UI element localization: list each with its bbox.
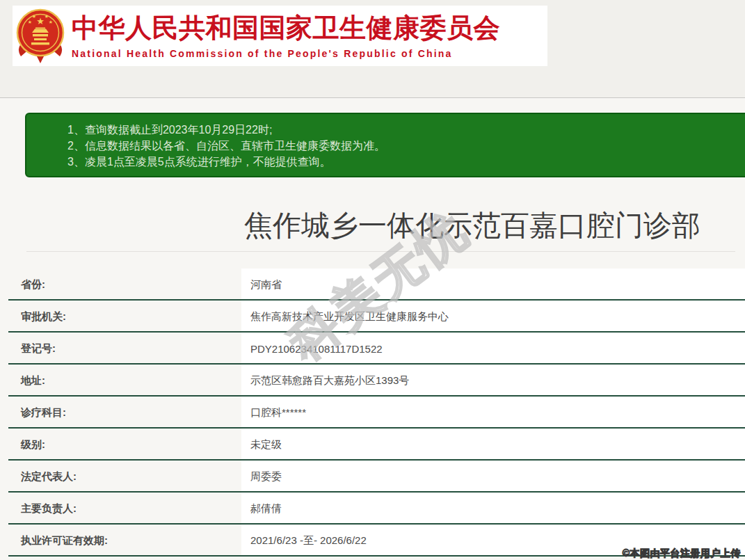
row-value: 口腔科****** [241,397,745,429]
table-row-registration-number: 登记号: PDY21062341081117D1522 [0,333,745,365]
row-value: 河南省 [241,269,745,301]
table-row-legal-representative: 法定代表人: 周委委 [0,461,745,493]
title-divider [26,251,735,252]
row-label: 执业许可证有效期: [0,525,241,557]
nhc-query-result-page: ★ ★ ★ ★ ★ 中华人民共和国国家卫生健康委员会 National Heal… [0,0,745,560]
row-label: 级别: [0,429,241,461]
row-label: 法定代表人: [0,461,241,493]
row-value: 示范区韩愈路百大嘉苑小区1393号 [241,365,745,397]
notice-line-2: 2、信息数据结果以各省、自治区、直辖市卫生健康委数据为准。 [67,138,745,154]
row-value: 未定级 [241,429,745,461]
row-label: 主要负责人: [0,493,241,525]
svg-text:★: ★ [32,14,36,19]
svg-text:★: ★ [49,19,53,24]
notice-line-3: 3、凌晨1点至凌晨5点系统进行维护，不能提供查询。 [67,154,745,170]
svg-text:★: ★ [36,16,45,26]
table-row-person-in-charge: 主要负责人: 郝倩倩 [0,493,745,525]
image-upload-credit: ©本图由平台注册用户上传 [623,547,741,560]
notice-box: 1、查询数据截止到2023年10月29日22时; 2、信息数据结果以各省、自治区… [25,113,745,177]
notice-line-1: 1、查询数据截止到2023年10月29日22时; [67,122,745,138]
svg-text:★: ★ [28,19,32,24]
table-row-treatment-subjects: 诊疗科目: 口腔科****** [0,397,745,429]
row-label: 省份: [0,269,241,301]
site-title-english: National Health Commission of the People… [72,48,500,59]
table-row-address: 地址: 示范区韩愈路百大嘉苑小区1393号 [0,365,745,397]
site-header: ★ ★ ★ ★ ★ 中华人民共和国国家卫生健康委员会 National Heal… [13,6,547,66]
table-row-approval-authority: 审批机关: 焦作高新技术产业开发区卫生健康服务中心 [0,301,745,333]
facility-name-title: 焦作城乡一体化示范百嘉口腔门诊部 [244,207,700,245]
row-value: PDY21062341081117D1522 [241,333,745,365]
row-label: 诊疗科目: [0,397,241,429]
row-value: 焦作高新技术产业开发区卫生健康服务中心 [241,301,745,333]
row-label: 地址: [0,365,241,397]
facility-details-table: 省份: 河南省 审批机关: 焦作高新技术产业开发区卫生健康服务中心 登记号: P… [0,269,745,557]
row-label: 登记号: [0,333,241,365]
china-national-emblem-icon: ★ ★ ★ ★ ★ [15,8,65,65]
row-value: 周委委 [241,461,745,493]
row-label: 审批机关: [0,301,241,333]
site-title-block: 中华人民共和国国家卫生健康委员会 National Health Commiss… [72,13,500,59]
svg-text:★: ★ [45,14,49,19]
table-row-level: 级别: 未定级 [0,429,745,461]
site-title-chinese: 中华人民共和国国家卫生健康委员会 [72,14,500,43]
row-value: 郝倩倩 [241,493,745,525]
table-row-province: 省份: 河南省 [0,269,745,301]
